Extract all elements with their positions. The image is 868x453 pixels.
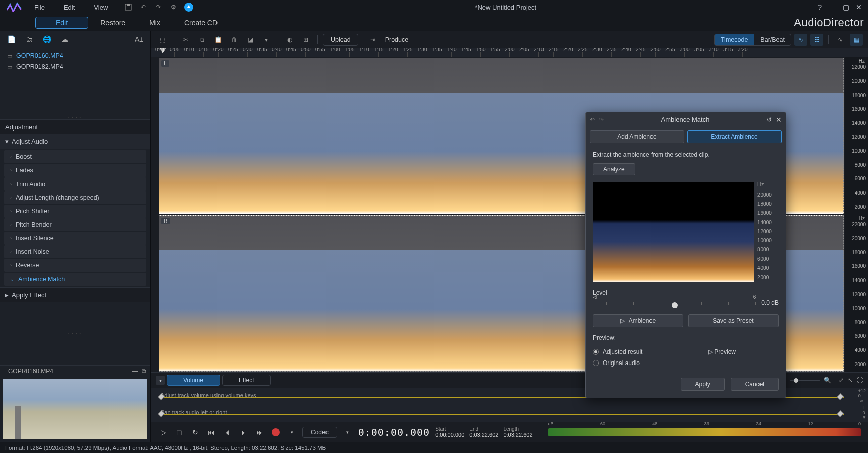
view-waveform-icon[interactable]: ∿ — [794, 34, 807, 46]
copy-icon[interactable]: ⧉ — [195, 34, 208, 46]
paste-icon[interactable]: 📋 — [211, 34, 225, 46]
dialog-tab-extract[interactable]: Extract Ambience — [687, 130, 782, 143]
media-item[interactable]: ▭ GOPR0160.MP4 — [4, 50, 146, 61]
video-thumbnail[interactable] — [3, 379, 147, 439]
text-size-icon[interactable]: A± — [135, 35, 143, 43]
delete-icon[interactable]: 🗑 — [228, 34, 241, 46]
radio-adjusted-result[interactable]: Adjusted result — [593, 348, 700, 355]
volume-lane-hint: Adjust track volume using volume keys — [161, 392, 256, 398]
stop-button[interactable]: ◻ — [174, 427, 185, 438]
minimize-button[interactable]: — — [827, 2, 839, 13]
undo-icon[interactable]: ↶ — [139, 3, 147, 11]
step-back-button[interactable]: ⏴ — [222, 427, 233, 438]
go-end-button[interactable]: ⏭ — [254, 427, 265, 438]
codec-selector[interactable]: Codec — [302, 427, 337, 438]
dialog-redo-icon[interactable]: ↷ — [599, 116, 604, 123]
menu-file[interactable]: File — [25, 2, 54, 13]
import-file-icon[interactable]: 📄 — [7, 35, 16, 43]
volume-keyframe[interactable] — [837, 393, 844, 400]
dialog-tab-add[interactable]: Add Ambience — [590, 130, 684, 143]
lane-expand-toggle[interactable]: ▾ — [156, 376, 165, 385]
apply-button[interactable]: Apply — [681, 378, 725, 391]
adjust-audio-toggle[interactable]: ▾ Adjust Audio — [0, 134, 150, 149]
cut-icon[interactable]: ✂ — [179, 34, 192, 46]
adjust-item-pitch-shifter[interactable]: ›Pitch Shifter — [4, 205, 146, 218]
save-preset-button[interactable]: Save as Preset — [688, 314, 779, 327]
fade-icon[interactable]: ◐ — [283, 34, 296, 46]
adjust-item-boost[interactable]: ›Boost — [4, 150, 146, 163]
channel-label-right: R — [161, 218, 170, 224]
level-slider-knob[interactable] — [672, 302, 678, 308]
go-start-button[interactable]: ⏮ — [206, 427, 217, 438]
view-spectrogram-icon[interactable]: ▦ — [850, 34, 863, 46]
misc-tool-icon[interactable]: ⊞ — [299, 34, 312, 46]
adjust-item-length[interactable]: ›Adjust Length (change speed) — [4, 191, 146, 204]
zoom-fit-h-icon[interactable]: ⤢ — [839, 377, 844, 384]
view-mode-a-icon[interactable]: ∿ — [834, 34, 847, 46]
adjust-item-trim[interactable]: ›Trim Audio — [4, 177, 146, 191]
splitter-handle[interactable]: ● ● ● ● — [0, 115, 150, 119]
redo-icon[interactable]: ↷ — [154, 3, 162, 11]
notification-icon[interactable] — [184, 3, 193, 12]
help-icon[interactable]: ? — [818, 3, 822, 11]
view-options-icon[interactable]: ☷ — [810, 34, 823, 46]
preview-button[interactable]: ▷ Preview — [708, 348, 779, 355]
zoom-fit-v-icon[interactable]: ⤡ — [848, 377, 853, 384]
cancel-button[interactable]: Cancel — [731, 378, 779, 391]
lane-tab-volume[interactable]: Volume — [167, 375, 220, 386]
cloud-icon[interactable]: ☁ — [61, 35, 68, 43]
adjust-item-ambience-match[interactable]: ⌄Ambience Match — [4, 273, 146, 286]
export-icon[interactable]: ⇥ — [366, 34, 379, 46]
upload-button[interactable]: Upload — [323, 34, 358, 46]
step-fwd-button[interactable]: ⏵ — [238, 427, 249, 438]
mode-create-cd[interactable]: Create CD — [172, 17, 230, 29]
adjust-item-silence[interactable]: ›Insert Silence — [4, 232, 146, 245]
pan-lane[interactable]: Pan track audio left or right L0R — [151, 405, 868, 422]
pan-keyframe[interactable] — [837, 410, 844, 417]
apply-effect-toggle[interactable]: ▸ Apply Effect — [0, 287, 150, 302]
maximize-button[interactable]: ▢ — [840, 2, 852, 13]
time-ruler[interactable]: 0:000:050:100:150:200:250:300:350:400:45… — [151, 48, 868, 57]
loop-button[interactable]: ↻ — [190, 427, 201, 438]
codec-dropdown-icon[interactable]: ▾ — [342, 427, 353, 438]
analyze-button[interactable]: Analyze — [593, 163, 635, 175]
dialog-titlebar[interactable]: ↶ ↷ Ambience Match ↺ ✕ — [586, 112, 786, 127]
produce-button[interactable]: Produce — [382, 34, 412, 45]
dialog-reset-icon[interactable]: ↺ — [767, 116, 772, 123]
timecode-option[interactable]: Timecode — [715, 34, 754, 45]
lane-tab-effect[interactable]: Effect — [222, 375, 270, 386]
adjust-item-reverse[interactable]: ›Reverse — [4, 259, 146, 272]
record-menu-icon[interactable]: ▾ — [286, 427, 297, 438]
ambience-play-button[interactable]: ▷ Ambience — [593, 314, 683, 327]
menu-edit[interactable]: Edit — [55, 2, 84, 13]
preview-popout-icon[interactable]: ⧉ — [142, 368, 146, 375]
zoom-in-icon[interactable]: 🔍+ — [824, 377, 835, 384]
level-slider[interactable]: -66 — [593, 298, 756, 307]
settings-icon[interactable]: ⚙ — [169, 3, 177, 11]
mode-mix[interactable]: Mix — [137, 17, 172, 29]
radio-original-audio[interactable]: Original audio — [593, 359, 700, 367]
select-tool-icon[interactable]: ⬚ — [156, 34, 169, 46]
mode-restore[interactable]: Restore — [88, 17, 137, 29]
import-folder-icon[interactable]: 🗂 — [26, 35, 33, 43]
adjust-item-pitch-bender[interactable]: ›Pitch Bender — [4, 218, 146, 231]
record-button[interactable] — [270, 427, 281, 438]
adjust-item-fades[interactable]: ›Fades — [4, 164, 146, 177]
dialog-undo-icon[interactable]: ↶ — [590, 116, 595, 123]
close-button[interactable]: ✕ — [853, 2, 865, 13]
zoom-slider[interactable] — [790, 380, 820, 381]
splitter-handle[interactable]: ● ● ● ● — [0, 332, 150, 336]
menu-view[interactable]: View — [85, 2, 117, 13]
play-button[interactable]: ▷ — [158, 427, 169, 438]
media-item[interactable]: ▭ GOPR0182.MP4 — [4, 61, 146, 72]
adjust-item-noise[interactable]: ›Insert Noise — [4, 245, 146, 258]
dialog-close-button[interactable]: ✕ — [776, 116, 782, 124]
mode-edit[interactable]: Edit — [35, 17, 88, 29]
barbeat-option[interactable]: Bar/Beat — [754, 34, 791, 45]
normalize-icon[interactable]: ▾ — [260, 34, 273, 46]
crop-icon[interactable]: ◪ — [244, 34, 257, 46]
zoom-full-icon[interactable]: ⛶ — [857, 377, 863, 384]
download-icon[interactable]: 🌐 — [43, 35, 51, 43]
preview-minimize-icon[interactable]: — — [132, 368, 138, 375]
save-icon[interactable] — [124, 3, 132, 11]
